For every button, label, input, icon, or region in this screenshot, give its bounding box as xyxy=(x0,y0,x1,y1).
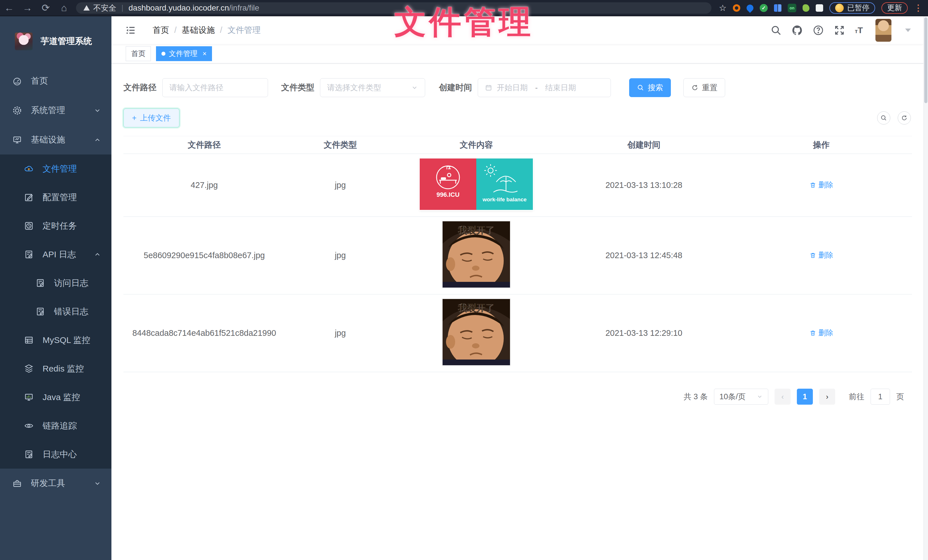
sidebar-item-error-log[interactable]: 错误日志 xyxy=(0,297,111,326)
sidebar-item-access-log[interactable]: 访问日志 xyxy=(0,269,111,297)
log-icon xyxy=(24,249,34,260)
browser-back-icon[interactable]: ← xyxy=(0,0,18,16)
current-page-button[interactable]: 1 xyxy=(797,389,813,405)
sidebar-item-system[interactable]: 系统管理 xyxy=(0,96,111,125)
trash-icon xyxy=(809,330,816,336)
extension-icon-on-badge[interactable]: on xyxy=(788,4,796,12)
breadcrumb-section: 基础设施 xyxy=(182,24,215,36)
extension-icon-green-check[interactable]: ✓ xyxy=(760,4,768,12)
url-divider: | xyxy=(121,3,124,12)
delete-button[interactable]: 删除 xyxy=(809,328,833,338)
toggle-search-button[interactable] xyxy=(877,111,890,125)
pagination: 共 3 条 10条/页 ‹ 1 › 前往 页 xyxy=(124,389,912,405)
sidebar-item-java-monitor[interactable]: Java 监控 xyxy=(0,383,111,411)
dashboard-icon xyxy=(12,76,22,86)
calendar-icon xyxy=(485,84,492,91)
date-range-picker[interactable]: 开始日期 - 结束日期 xyxy=(478,78,611,97)
cell-created: 2021-03-13 12:29:10 xyxy=(557,294,731,372)
address-bar[interactable]: 不安全 | dashboard.yudao.iocoder.cn /infra/… xyxy=(76,2,711,14)
page-size-select[interactable]: 10条/页 xyxy=(714,389,768,405)
file-preview-meme-image[interactable]: 我裂开了 xyxy=(443,221,510,288)
tag-close-icon[interactable]: × xyxy=(203,50,206,58)
prev-page-button[interactable]: ‹ xyxy=(775,389,791,405)
browser-forward-icon[interactable]: → xyxy=(18,0,37,16)
bookmark-star-icon[interactable]: ☆ xyxy=(719,3,727,13)
security-warning-icon xyxy=(84,5,90,11)
tag-label: 首页 xyxy=(131,49,145,58)
next-page-button[interactable]: › xyxy=(819,389,835,405)
browser-reload-icon[interactable]: ⟳ xyxy=(37,0,55,16)
meme-caption: 我裂开了 xyxy=(458,303,495,313)
trash-icon xyxy=(809,252,816,259)
delete-button[interactable]: 删除 xyxy=(809,250,833,260)
tag-home[interactable]: 首页 xyxy=(126,46,151,61)
sidebar-item-dev-tools[interactable]: 研发工具 xyxy=(0,469,111,498)
user-avatar[interactable] xyxy=(875,19,891,42)
date-separator: - xyxy=(535,84,538,92)
delete-button[interactable]: 删除 xyxy=(809,180,833,190)
file-preview-meme-image[interactable]: 我裂开了 xyxy=(443,299,510,365)
sidebar-item-job[interactable]: 定时任务 xyxy=(0,212,111,240)
github-icon[interactable] xyxy=(791,24,803,36)
cell-path: 427.jpg xyxy=(124,154,285,217)
browser-menu-kebab-icon[interactable]: ⋮ xyxy=(914,3,923,13)
file-path-input[interactable] xyxy=(169,84,261,92)
browser-update-button[interactable]: 更新 xyxy=(881,2,908,14)
extension-icon-leaf[interactable] xyxy=(803,4,809,12)
cloud-upload-icon xyxy=(24,164,34,174)
security-label: 不安全 xyxy=(93,3,116,13)
app-logo-row[interactable]: 芋道管理系统 xyxy=(0,16,111,66)
navbar-right: тT xyxy=(770,19,911,42)
sidebar-item-label: 链路追踪 xyxy=(43,420,77,432)
filter-form: 文件路径 文件类型 请选择文件类型 创建时间 开始日期 - 结束日期 xyxy=(124,78,912,97)
chevron-up-icon xyxy=(94,251,101,258)
scrollbar-thumb[interactable] xyxy=(924,17,927,103)
search-icon xyxy=(880,114,887,121)
reset-button[interactable]: 重置 xyxy=(684,78,725,97)
search-icon xyxy=(637,84,644,91)
window-scrollbar[interactable] xyxy=(923,16,928,560)
sidebar-item-log-center[interactable]: 日志中心 xyxy=(0,440,111,469)
search-icon[interactable] xyxy=(770,24,782,36)
cell-type: jpg xyxy=(285,217,395,294)
create-time-label: 创建时间 xyxy=(439,82,472,93)
sidebar-item-mysql-monitor[interactable]: MySQL 监控 xyxy=(0,326,111,355)
sidebar-item-trace[interactable]: 链路追踪 xyxy=(0,411,111,440)
sidebar-item-api-log[interactable]: API 日志 xyxy=(0,240,111,269)
page-title-watermark: 文件管理 xyxy=(394,1,534,44)
badge-balance-title: work-life balance xyxy=(482,196,527,202)
sidebar-item-home[interactable]: 首页 xyxy=(0,66,111,96)
goto-page-input[interactable] xyxy=(871,389,890,405)
extension-icon-grid[interactable] xyxy=(774,4,781,12)
file-preview-996icu-image[interactable]: 996.ICU work-life balance xyxy=(420,158,533,210)
table-header-row: 文件路径 文件类型 文件内容 创建时间 操作 xyxy=(124,136,912,154)
refresh-table-button[interactable] xyxy=(898,111,911,125)
cell-path: 8448cada8c714e4ab61f521c8da21990 xyxy=(124,294,285,372)
sidebar-item-infra[interactable]: 基础设施 xyxy=(0,125,111,155)
reset-button-label: 重置 xyxy=(702,82,717,93)
hamburger-icon[interactable] xyxy=(125,24,136,36)
edit-icon xyxy=(24,192,34,202)
extension-icon-pin[interactable] xyxy=(745,3,755,13)
profile-paused-badge[interactable]: 已暂停 xyxy=(829,2,875,14)
help-icon[interactable] xyxy=(813,24,824,36)
extension-icon-orange[interactable] xyxy=(733,4,740,12)
breadcrumb: 首页 / 基础设施 / 文件管理 xyxy=(153,24,261,36)
main-area: 首页 / 基础设施 / 文件管理 тT 首页 文件管理 xyxy=(111,16,923,560)
sidebar-item-redis-monitor[interactable]: Redis 监控 xyxy=(0,355,111,383)
search-button[interactable]: 搜索 xyxy=(629,78,671,97)
tag-file-management[interactable]: 文件管理 × xyxy=(156,46,212,61)
font-size-icon[interactable]: тT xyxy=(855,26,863,35)
database-icon xyxy=(24,335,34,345)
sidebar-item-config[interactable]: 配置管理 xyxy=(0,183,111,212)
breadcrumb-home[interactable]: 首页 xyxy=(153,24,169,36)
extensions-puzzle-icon[interactable] xyxy=(816,4,823,12)
cell-created: 2021-03-13 12:45:48 xyxy=(557,217,731,294)
fullscreen-icon[interactable] xyxy=(834,24,845,36)
sidebar-item-label: 错误日志 xyxy=(54,306,88,318)
upload-file-button[interactable]: + 上传文件 xyxy=(124,108,179,127)
file-type-select[interactable]: 请选择文件类型 xyxy=(320,78,425,97)
browser-home-icon[interactable]: ⌂ xyxy=(55,0,73,16)
sidebar-item-file-management[interactable]: 文件管理 xyxy=(0,155,111,183)
avatar-caret-icon[interactable] xyxy=(905,29,911,32)
